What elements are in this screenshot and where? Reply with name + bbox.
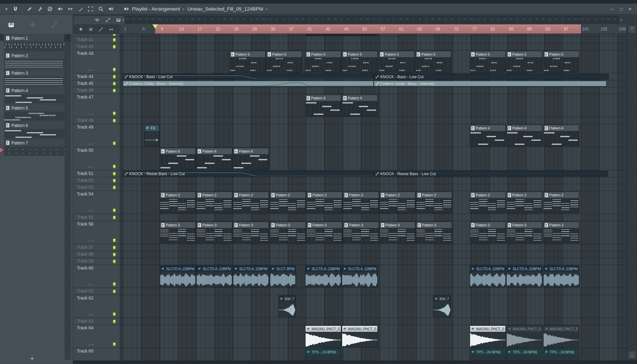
track-options-dots-icon[interactable]	[88, 70, 94, 71]
pattern-clip[interactable]: Pattern 3	[506, 222, 542, 244]
pattern-clip[interactable]: Pattern 5	[266, 51, 302, 73]
close-button[interactable]: ✕	[627, 6, 633, 12]
track-name[interactable]: Track 48	[73, 117, 120, 124]
track-name[interactable]: Track 63	[73, 318, 120, 325]
pattern-clip[interactable]: Pattern 5	[506, 51, 542, 73]
track-enable-led[interactable]	[113, 67, 116, 72]
pattern-clip[interactable]: Pattern 5	[543, 51, 579, 73]
pattern-clip[interactable]: Pattern 3	[416, 222, 452, 244]
pattern-item-2[interactable]: Pattern 2	[4, 52, 65, 68]
track-options-dots-icon[interactable]	[88, 114, 94, 114]
track-enable-led[interactable]	[113, 82, 116, 86]
track-name[interactable]: Track 47	[73, 94, 120, 117]
pattern-clip[interactable]: Pattern 2	[160, 192, 196, 213]
pattern-item-5[interactable]: Pattern 5	[4, 104, 65, 121]
delete-mode-icon[interactable]	[46, 5, 54, 13]
track-lane[interactable]	[120, 34, 627, 36]
track-lane[interactable]	[120, 258, 627, 265]
audio-clip[interactable]: MAGNU..PACT_5	[506, 325, 542, 347]
track-name[interactable]: Track 41	[73, 36, 120, 43]
pattern-clip[interactable]: Pattern 3	[343, 222, 379, 244]
track-lane[interactable]: Pattern 2Pattern 2Pattern 2Pattern 2Patt…	[120, 191, 627, 214]
pattern-clip[interactable]: Pattern 5	[305, 51, 341, 73]
track-name[interactable]: Track 40	[73, 34, 120, 36]
track-lane[interactable]: BW..7BW..7	[120, 295, 627, 318]
audio-clip[interactable]: SLCT..BPM	[270, 265, 296, 287]
pattern-clip[interactable]: Pattern 3	[306, 222, 342, 244]
pattern-clip[interactable]: Pattern 4	[470, 124, 506, 146]
overview-scrollbar[interactable]	[126, 16, 618, 23]
track-lane[interactable]	[120, 251, 627, 258]
playhead-marker[interactable]	[152, 24, 158, 29]
scroll-down-button[interactable]: ⌄	[628, 351, 636, 359]
track-enable-led[interactable]	[113, 252, 116, 257]
track-name[interactable]: Track 61	[73, 288, 120, 295]
track-enable-led[interactable]	[113, 141, 116, 146]
track-name[interactable]: Track 42	[73, 44, 120, 50]
picker-scrollbar-thumb[interactable]	[65, 34, 71, 41]
audio-tab[interactable]	[29, 21, 36, 28]
stretch-tool-icon[interactable]	[108, 26, 114, 32]
pattern-clip[interactable]: Pattern 5	[342, 51, 378, 73]
pattern-clip[interactable]: Pattern 3	[379, 222, 415, 244]
track-enable-led[interactable]	[113, 208, 116, 212]
track-options-dots-icon[interactable]	[88, 314, 94, 315]
track-name[interactable]: Track 58	[73, 251, 120, 258]
automation-clip[interactable]: Endless Smile - Bass - Intensity	[374, 81, 606, 86]
pattern-clip[interactable]: Pattern 2	[270, 192, 306, 213]
pattern-clip[interactable]: Pattern 2	[543, 192, 579, 213]
track-options-dots-icon[interactable]	[88, 167, 94, 168]
track-lane[interactable]: Pattern 5Pattern 5Pattern 5Pattern 5Patt…	[120, 50, 627, 74]
track-name[interactable]: Track 45	[73, 80, 120, 87]
track-lane[interactable]	[120, 87, 627, 94]
pattern-clip[interactable]: Pattern 2	[470, 192, 506, 213]
playlist-pane-tab[interactable]	[73, 16, 126, 24]
mute-tool-icon[interactable]	[56, 5, 65, 13]
audio-clip[interactable]: SLCTD A..22BPM	[506, 265, 542, 287]
automation-clip[interactable]: Endless Smile - Bass - Intensity	[123, 81, 374, 86]
pattern-clip[interactable]: Pattern 3	[196, 222, 232, 244]
track-name[interactable]: Track 56	[73, 221, 120, 244]
pattern-clip[interactable]: Pattern 3	[543, 222, 579, 244]
audio-clip[interactable]: MAGNU..PACT_5	[305, 325, 341, 347]
track-lane[interactable]: KNOCK - Reese Bass - Low CutKNOCK - Rees…	[120, 170, 627, 177]
minimize-button[interactable]: ─	[609, 6, 615, 12]
picker-scroll-handle[interactable]	[0, 34, 4, 40]
clip-partial[interactable]	[305, 34, 378, 36]
track-name[interactable]: Track 64	[73, 325, 120, 348]
track-name[interactable]: Track 60	[73, 265, 120, 288]
track-lane[interactable]: MAGNU..PACT_5MAGNU..PACT_5MAGNU..PACT_5M…	[120, 325, 627, 348]
wave-pane-tab-icon[interactable]	[95, 18, 100, 23]
picker-scrollbar[interactable]	[65, 34, 71, 360]
track-enable-led[interactable]	[113, 320, 116, 324]
audio-clip[interactable]: SLCTD A..22BPM	[543, 265, 579, 287]
track-lane[interactable]	[120, 184, 627, 191]
track-name[interactable]: Track 59	[73, 258, 120, 265]
pattern-clip[interactable]: Pattern 5	[230, 51, 266, 73]
track-enable-led[interactable]	[113, 111, 116, 116]
audio-clip[interactable]: BW..7	[278, 295, 296, 317]
track-enable-led[interactable]	[113, 164, 116, 169]
track-name[interactable]: Track 46	[73, 87, 120, 94]
track-enable-led[interactable]	[113, 342, 116, 346]
pattern-clip[interactable]: Pattern 4	[543, 124, 579, 146]
audio-clip[interactable]: SLCTD A..22BPM	[160, 265, 196, 287]
track-options-dots-icon[interactable]	[88, 144, 94, 144]
track-enable-led[interactable]	[113, 282, 116, 286]
track-lane[interactable]: Pattern 6Pattern 6Pattern 6	[120, 147, 627, 170]
track-lane[interactable]: Pattern 3Pattern 3Pattern 3Pattern 3Patt…	[120, 221, 627, 244]
automation-clip[interactable]: KNOCK - Reese Bass - Low Cut	[374, 171, 608, 176]
track-lane[interactable]	[120, 36, 627, 43]
pattern-clip[interactable]: Pattern 5	[415, 51, 451, 73]
track-enable-led[interactable]	[113, 259, 116, 264]
track-enable-led[interactable]	[113, 246, 116, 250]
track-lane[interactable]: SLCTD A..22BPMSLCTD A..22BPMSLCTD A..22B…	[120, 265, 627, 288]
curve-tool-icon[interactable]	[98, 26, 104, 32]
automation-clip[interactable]: KNOCK - Bass - Low Cut	[123, 74, 374, 80]
audio-clip[interactable]: SLCTD A..22BPM	[342, 265, 378, 287]
track-name[interactable]: Track 54	[73, 191, 120, 214]
pattern-clip[interactable]: Pattern 4	[305, 94, 341, 116]
audio-clip[interactable]: MAGNU..PACT_5	[470, 325, 506, 347]
overview-visible-range[interactable]	[126, 16, 418, 23]
play-arrow-icon[interactable]	[3, 5, 10, 13]
